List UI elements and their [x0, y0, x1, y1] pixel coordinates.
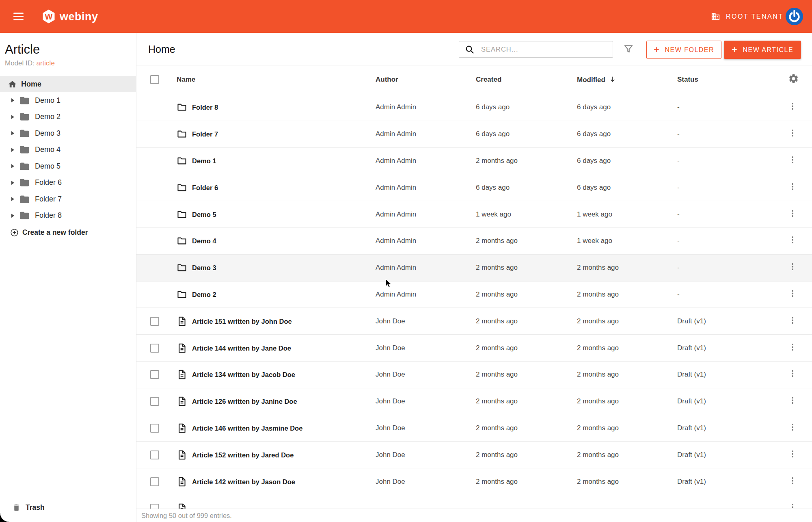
column-header-status[interactable]: Status: [677, 76, 698, 84]
table-row[interactable]: Article 146 written by Jasmine DoeJohn D…: [136, 415, 812, 442]
expand-arrow-icon[interactable]: [11, 148, 14, 152]
sidebar-folder-folder-8[interactable]: Folder 8: [0, 208, 136, 224]
document-icon: [177, 343, 187, 353]
expand-arrow-icon[interactable]: [11, 98, 14, 102]
expand-arrow-icon[interactable]: [11, 115, 14, 119]
row-menu-icon[interactable]: [788, 155, 797, 165]
table-row[interactable]: Demo 2Admin Admin2 months ago2 months ag…: [136, 282, 812, 308]
row-author: Admin Admin: [376, 103, 416, 111]
row-menu-icon[interactable]: [788, 369, 797, 379]
row-name[interactable]: Article 146 written by Jasmine Doe: [192, 424, 302, 432]
row-menu-icon[interactable]: [788, 315, 797, 325]
user-avatar[interactable]: [785, 7, 804, 26]
menu-icon[interactable]: [13, 13, 24, 20]
sidebar-folder-demo-1[interactable]: Demo 1: [0, 92, 136, 109]
row-menu-icon[interactable]: [788, 102, 797, 111]
home-icon: [8, 80, 17, 89]
expand-arrow-icon[interactable]: [11, 197, 14, 201]
row-name[interactable]: Article 142 written by Jason Doe: [192, 478, 295, 485]
expand-arrow-icon[interactable]: [11, 164, 14, 168]
row-menu-icon[interactable]: [788, 262, 797, 272]
row-menu-icon[interactable]: [788, 396, 797, 405]
sidebar-item-home[interactable]: Home: [0, 76, 136, 92]
row-name[interactable]: Folder 7: [192, 130, 218, 138]
table-settings-icon[interactable]: [788, 73, 799, 84]
table-row[interactable]: Demo 3Admin Admin2 months ago2 months ag…: [136, 255, 812, 282]
expand-arrow-icon[interactable]: [11, 131, 14, 135]
new-article-button[interactable]: +NEW ARTICLE: [724, 41, 801, 59]
filter-icon[interactable]: [623, 43, 634, 55]
row-menu-icon[interactable]: [788, 235, 797, 245]
column-header-modified[interactable]: Modified: [577, 75, 617, 84]
tenant-selector[interactable]: ROOT TENANT: [711, 0, 784, 33]
row-checkbox[interactable]: [150, 424, 159, 433]
column-header-author[interactable]: Author: [376, 76, 398, 84]
row-menu-icon[interactable]: [788, 128, 797, 138]
search-input[interactable]: [481, 45, 595, 53]
column-header-name[interactable]: Name: [177, 76, 195, 84]
expand-arrow-icon[interactable]: [11, 181, 14, 185]
column-header-created[interactable]: Created: [476, 76, 501, 84]
row-status: -: [677, 237, 680, 245]
row-checkbox[interactable]: [150, 370, 159, 379]
row-name[interactable]: Article 126 written by Janine Doe: [192, 398, 297, 405]
row-menu-icon[interactable]: [788, 342, 797, 352]
select-all-checkbox[interactable]: [150, 75, 159, 84]
row-checkbox[interactable]: [150, 477, 159, 486]
row-name[interactable]: Folder 6: [192, 184, 218, 191]
row-name[interactable]: Demo 4: [192, 237, 216, 245]
row-name[interactable]: Article 144 written by Jane Doe: [192, 344, 291, 352]
folder-icon: [177, 129, 187, 139]
row-name[interactable]: Article 134 written by Jacob Doe: [192, 371, 295, 379]
row-modified: 6 days ago: [577, 184, 611, 192]
folder-icon: [177, 102, 187, 113]
table-row[interactable]: Folder 8Admin Admin6 days ago6 days ago-: [136, 94, 812, 121]
row-name[interactable]: Article 152 written by Jared Doe: [192, 451, 294, 459]
row-menu-icon[interactable]: [788, 449, 797, 459]
sidebar-folder-demo-2[interactable]: Demo 2: [0, 109, 136, 126]
row-name[interactable]: Demo 3: [192, 264, 216, 272]
sidebar-folder-folder-7[interactable]: Folder 7: [0, 191, 136, 208]
table-row[interactable]: Article 152 written by Jared DoeJohn Doe…: [136, 442, 812, 468]
table-row[interactable]: Article 126 written by Janine DoeJohn Do…: [136, 388, 812, 415]
row-menu-icon[interactable]: [788, 476, 797, 485]
table-row[interactable]: Article 134 written by Jacob DoeJohn Doe…: [136, 362, 812, 388]
table-row[interactable]: Demo 4Admin Admin2 months ago1 week ago-: [136, 228, 812, 255]
sidebar-folder-folder-6[interactable]: Folder 6: [0, 175, 136, 191]
row-name[interactable]: Demo 5: [192, 210, 216, 218]
new-folder-button[interactable]: +NEW FOLDER: [646, 41, 721, 59]
row-menu-icon[interactable]: [788, 208, 797, 218]
table-row[interactable]: Demo 5Admin Admin1 week ago1 week ago-: [136, 201, 812, 228]
row-checkbox[interactable]: [150, 451, 159, 459]
model-id-link[interactable]: article: [36, 59, 54, 67]
top-app-bar: W webiny ROOT TENANT: [0, 0, 812, 33]
table-row[interactable]: Article 142 written by Jason DoeJohn Doe…: [136, 468, 812, 495]
row-name[interactable]: Folder 8: [192, 104, 218, 111]
folder-icon: [177, 156, 187, 166]
row-menu-icon[interactable]: [788, 182, 797, 191]
row-menu-icon[interactable]: [788, 422, 797, 432]
row-name[interactable]: Article 151 written by John Doe: [192, 317, 292, 325]
row-created: 2 months ago: [476, 424, 518, 432]
row-checkbox[interactable]: [150, 344, 159, 353]
trash-button[interactable]: Trash: [0, 493, 136, 522]
table-row[interactable]: Demo 1Admin Admin2 months ago6 days ago-: [136, 148, 812, 175]
row-name[interactable]: Demo 2: [192, 290, 216, 298]
row-menu-icon[interactable]: [788, 288, 797, 298]
expand-arrow-icon[interactable]: [11, 214, 14, 218]
row-created: 6 days ago: [476, 184, 510, 192]
row-checkbox[interactable]: [150, 317, 159, 326]
row-name[interactable]: Demo 1: [192, 157, 216, 165]
row-status: Draft (v1): [677, 424, 706, 432]
row-checkbox[interactable]: [150, 397, 159, 406]
create-folder-button[interactable]: Create a new folder: [0, 224, 136, 241]
table-row[interactable]: Folder 6Admin Admin6 days ago6 days ago-: [136, 174, 812, 201]
sidebar-folder-demo-5[interactable]: Demo 5: [0, 158, 136, 175]
sidebar-folder-demo-4[interactable]: Demo 4: [0, 142, 136, 158]
table-row[interactable]: Article 144 written by Jane DoeJohn Doe2…: [136, 335, 812, 362]
document-icon: [177, 450, 187, 460]
sidebar-folder-demo-3[interactable]: Demo 3: [0, 125, 136, 142]
table-row[interactable]: Article 151 written by John DoeJohn Doe2…: [136, 308, 812, 335]
table-row[interactable]: Folder 7Admin Admin6 days ago6 days ago-: [136, 121, 812, 148]
tenant-label: ROOT TENANT: [726, 13, 784, 20]
